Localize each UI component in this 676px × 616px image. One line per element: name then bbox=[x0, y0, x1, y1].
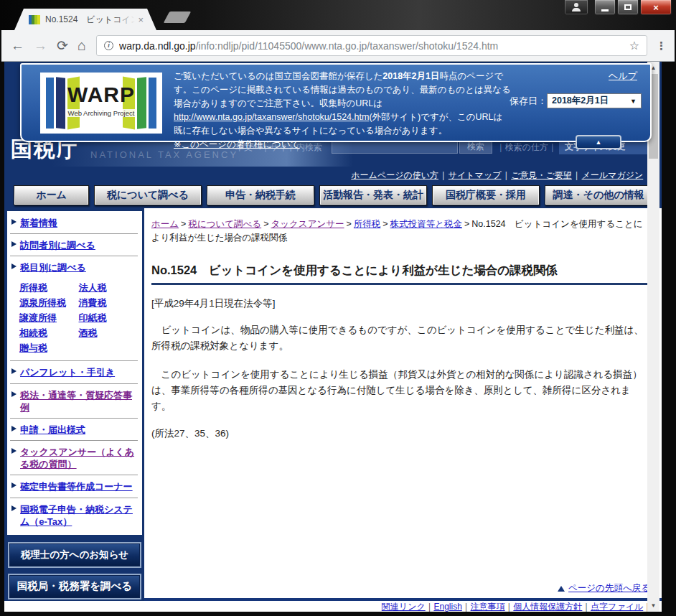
page-title: No.1524 ビットコインを使用することにより利益が生じた場合の課税関係 bbox=[151, 263, 650, 278]
nav-filing[interactable]: 申告・納税手続 bbox=[207, 185, 314, 205]
tax-link-corporate[interactable]: 法人税 bbox=[79, 281, 139, 294]
banner-collapse-button[interactable]: ▲ bbox=[576, 135, 621, 149]
back-to-top-row: ページの先頭へ戻る bbox=[151, 582, 650, 598]
warp-logo-title: WARP bbox=[62, 84, 141, 106]
sidebar-link-tax-answer[interactable]: タックスアンサー（よくある税の質問） bbox=[20, 446, 138, 470]
refresh-icon[interactable]: ⟳ bbox=[57, 37, 68, 54]
find-tax-office-button[interactable]: 国税局・税務署を調べる bbox=[8, 574, 141, 599]
footer-braille[interactable]: 点字ファイル bbox=[591, 602, 643, 612]
tax-link-inheritance[interactable]: 相続税 bbox=[19, 327, 79, 340]
page-viewport: 国税庁 NATIONAL TAX AGENCY 本文へ｜サイト内検索 検索 ｜検… bbox=[4, 62, 662, 612]
footer-privacy[interactable]: 個人情報保護方針 bbox=[513, 602, 582, 612]
sidebar-item-tax-answer[interactable]: タックスアンサー（よくある税の質問） bbox=[10, 441, 138, 475]
bookmark-star-icon[interactable]: ☆ bbox=[629, 39, 639, 52]
home-icon[interactable]: ⌂ bbox=[78, 37, 86, 54]
warp-logo[interactable]: WARP Web Archiving Project bbox=[40, 73, 162, 134]
crumb-home[interactable]: ホーム bbox=[151, 219, 179, 229]
copyright-link[interactable]: ※このページの著作権について bbox=[174, 139, 300, 149]
sidebar-item-application[interactable]: 申請・届出様式 bbox=[10, 419, 138, 441]
tax-link-stamp[interactable]: 印紙税 bbox=[79, 312, 139, 325]
page-scrollbar[interactable]: ▲ ▼ bbox=[647, 62, 659, 612]
help-link[interactable]: ヘルプ bbox=[609, 70, 637, 83]
sidebar-item-return-corner[interactable]: 確定申告書等作成コーナー bbox=[10, 475, 138, 498]
sidebar: 新着情報 訪問者別に調べる 税目別に調べる 所得税 源泉所得税 譲渡所得 相続税… bbox=[4, 208, 144, 601]
triangle-icon bbox=[11, 448, 17, 454]
forward-icon[interactable]: → bbox=[34, 38, 47, 54]
sidebar-link-tax-law[interactable]: 税法・通達等・質疑応答事例 bbox=[20, 389, 138, 414]
nav-overview[interactable]: 国税庁概要・採用 bbox=[432, 185, 540, 205]
triangle-icon bbox=[11, 426, 17, 431]
tab-close-icon[interactable]: × bbox=[138, 14, 144, 25]
nav-home[interactable]: ホーム bbox=[14, 185, 89, 205]
footer-english[interactable]: English bbox=[433, 602, 461, 612]
tax-link-withholding[interactable]: 源泉所得税 bbox=[19, 297, 79, 309]
sidebar-link-application[interactable]: 申請・届出様式 bbox=[20, 424, 85, 436]
link-sitemap[interactable]: サイトマップ bbox=[449, 170, 502, 180]
nav-procurement[interactable]: 調達・その他の情報 bbox=[545, 185, 652, 205]
tax-link-gift[interactable]: 贈与税 bbox=[19, 342, 79, 355]
nav-tax-info[interactable]: 税について調べる bbox=[94, 185, 202, 205]
page-footer: 関連リンクEnglish注意事項個人情報保護方針点字ファイル bbox=[4, 601, 662, 612]
sidebar-item-etax[interactable]: 国税電子申告・納税システム（e-Tax） bbox=[10, 498, 138, 532]
sidebar-link-pamphlet[interactable]: パンフレット・手引き bbox=[20, 366, 115, 378]
tax-accountant-notice-button[interactable]: 税理士の方へのお知らせ bbox=[8, 542, 141, 568]
page-body: 新着情報 訪問者別に調べる 税目別に調べる 所得税 源泉所得税 譲渡所得 相続税… bbox=[4, 208, 662, 601]
browser-toolbar: ← → ⟳ ⌂ i warp.da.ndl.go.jp/info:ndljp/p… bbox=[1, 30, 675, 62]
crumb-stock-investment[interactable]: 株式投資等と税金 bbox=[390, 219, 462, 229]
chrome-menu-icon[interactable]: ⋮ bbox=[656, 44, 667, 48]
title-divider bbox=[151, 283, 650, 285]
save-date-label: 保存日： bbox=[510, 95, 547, 108]
back-to-top-link[interactable]: ページの先頭へ戻る bbox=[568, 582, 650, 594]
browser-window: No.1524 ビットコイン × × ← → ⟳ ⌂ i warp.da.ndl… bbox=[0, 0, 676, 616]
tax-link-capital-gains[interactable]: 譲渡所得 bbox=[19, 312, 79, 325]
paragraph-2: このビットコインを使用することにより生じる損益（邦貨又は外貨との相対的な関係によ… bbox=[151, 367, 650, 415]
sidebar-item-news[interactable]: 新着情報 bbox=[10, 212, 138, 234]
warp-favicon-icon bbox=[29, 15, 40, 24]
profile-button[interactable] bbox=[564, 0, 588, 15]
sidebar-link-etax[interactable]: 国税電子申告・納税システム（e-Tax） bbox=[20, 503, 138, 528]
sidebar-item-by-visitor[interactable]: 訪問者別に調べる bbox=[10, 234, 138, 256]
crumb-tax-info[interactable]: 税について調べる bbox=[188, 219, 261, 229]
sidebar-item-by-tax[interactable]: 税目別に調べる bbox=[10, 256, 138, 278]
triangle-icon bbox=[11, 368, 17, 374]
nav-reports[interactable]: 活動報告・発表・統計 bbox=[319, 185, 427, 205]
close-button[interactable]: × bbox=[640, 0, 672, 15]
save-date-select[interactable]: 2018年2月1日 ▼ bbox=[547, 93, 642, 108]
global-nav: ホーム 税について調べる 申告・納税手続 活動報告・発表・統計 国税庁概要・採用… bbox=[4, 185, 662, 205]
link-mail-magazine[interactable]: メールマガジン bbox=[582, 170, 644, 180]
tab-title: No.1524 ビットコイン bbox=[45, 14, 135, 26]
archive-notice-text: ご覧いただいているのは国立国会図書館が保存した2018年2月1日時点のページです… bbox=[174, 70, 511, 151]
sidebar-item-tax-law[interactable]: 税法・通達等・質疑応答事例 bbox=[10, 384, 138, 419]
tax-link-liquor[interactable]: 酒税 bbox=[79, 327, 139, 340]
url-bar[interactable]: i warp.da.ndl.go.jp/info:ndljp/pid/11045… bbox=[96, 35, 647, 56]
original-url-link[interactable]: http://www.nta.go.jp/taxanswer/shotoku/1… bbox=[174, 112, 369, 122]
new-tab-button[interactable] bbox=[164, 11, 192, 23]
crumb-tax-answer[interactable]: タックスアンサー bbox=[271, 219, 344, 229]
sidebar-link-by-tax[interactable]: 税目別に調べる bbox=[20, 261, 86, 274]
footer-related-links[interactable]: 関連リンク bbox=[382, 602, 426, 612]
tax-link-consumption[interactable]: 消費税 bbox=[79, 297, 139, 309]
browser-tab[interactable]: No.1524 ビットコイン × bbox=[14, 9, 156, 30]
up-triangle-icon bbox=[558, 586, 565, 592]
sidebar-link-by-visitor[interactable]: 訪問者別に調べる bbox=[20, 239, 95, 251]
crumb-income-tax[interactable]: 所得税 bbox=[354, 219, 381, 229]
sidebar-link-news[interactable]: 新着情報 bbox=[20, 217, 57, 229]
url-text: warp.da.ndl.go.jp/info:ndljp/pid/1104550… bbox=[119, 40, 629, 52]
browser-body: 国税庁 NATIONAL TAX AGENCY 本文へ｜サイト内検索 検索 ｜検… bbox=[0, 62, 676, 616]
link-site-usage[interactable]: ホームページの使い方 bbox=[351, 170, 438, 180]
tax-link-income[interactable]: 所得税 bbox=[19, 281, 79, 294]
minimize-button[interactable] bbox=[594, 0, 616, 15]
maximize-button[interactable] bbox=[617, 0, 639, 15]
scroll-down-icon[interactable]: ▼ bbox=[647, 599, 659, 612]
warp-logo-subtitle: Web Archiving Project bbox=[67, 109, 136, 117]
save-date-row: 保存日： 2018年2月1日 ▼ bbox=[510, 93, 642, 108]
footer-notes[interactable]: 注意事項 bbox=[471, 602, 505, 612]
breadcrumb: ホーム税について調べるタックスアンサー所得税株式投資等と税金No.1524 ビッ… bbox=[151, 218, 650, 246]
link-feedback[interactable]: ご意見・ご要望 bbox=[511, 170, 572, 180]
back-icon[interactable]: ← bbox=[11, 38, 24, 54]
page-info-icon[interactable]: i bbox=[104, 41, 113, 50]
triangle-icon bbox=[11, 482, 17, 488]
sidebar-link-return-corner[interactable]: 確定申告書等作成コーナー bbox=[20, 480, 133, 493]
sidebar-item-pamphlet[interactable]: パンフレット・手引き bbox=[10, 361, 138, 383]
title-bar: No.1524 ビットコイン × × bbox=[0, 0, 676, 30]
